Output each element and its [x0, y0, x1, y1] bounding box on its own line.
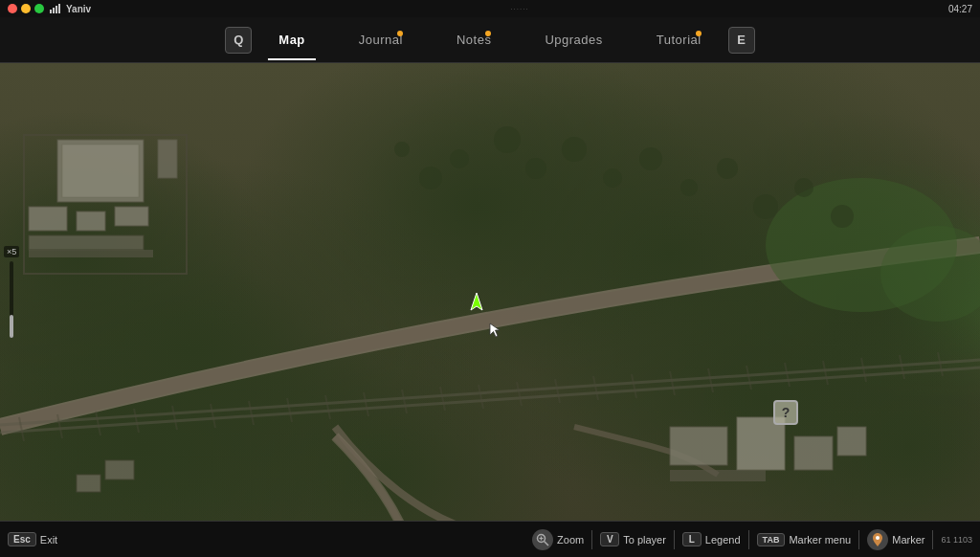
player-marker: [469, 293, 484, 316]
zoom-level: ×5: [4, 246, 19, 257]
svg-line-60: [545, 541, 549, 546]
exit-label: Exit: [40, 534, 57, 546]
marker-icon: [867, 529, 888, 550]
svg-point-63: [876, 536, 880, 540]
marker-control[interactable]: Marker: [867, 529, 924, 550]
time-display: 04:27: [948, 4, 972, 14]
marker-menu-key[interactable]: TAB: [757, 533, 786, 546]
tab-upgrades[interactable]: Upgrades: [518, 27, 629, 53]
esc-key[interactable]: Esc: [8, 532, 36, 546]
zoom-label-text: Zoom: [557, 534, 584, 546]
marker-menu-control[interactable]: TAB Marker menu: [757, 533, 852, 546]
separator-5: [932, 530, 933, 549]
minimize-button[interactable]: [21, 4, 31, 13]
zoom-bar: [10, 261, 13, 338]
map-background: [0, 63, 980, 521]
title-bar-left: Yaniv: [8, 4, 91, 14]
tab-journal[interactable]: Journal: [332, 27, 430, 53]
svg-marker-58: [471, 293, 482, 310]
nav-tabs: Map Journal Notes Upgrades Tutorial: [252, 27, 727, 53]
zoom-control[interactable]: Zoom: [532, 529, 584, 550]
esc-exit[interactable]: Esc Exit: [8, 532, 57, 546]
separator-2: [674, 530, 675, 549]
nav-bar: Q Map Journal Notes Upgrades Tutorial E: [0, 17, 980, 63]
maximize-button[interactable]: [34, 4, 44, 13]
zoom-indicator: ×5: [4, 246, 19, 338]
nav-key-e[interactable]: E: [728, 27, 755, 54]
zoom-fill: [10, 315, 13, 338]
app-name: Yaniv: [66, 4, 91, 14]
tab-tutorial[interactable]: Tutorial: [630, 27, 728, 53]
tab-map[interactable]: Map: [252, 27, 332, 53]
close-button[interactable]: [8, 4, 17, 13]
tab-notes[interactable]: Notes: [430, 27, 518, 53]
to-player-control[interactable]: V To player: [600, 532, 666, 546]
map-area[interactable]: ? ×5: [0, 63, 980, 521]
coords-display: 61 1103: [941, 535, 972, 545]
legend-control[interactable]: L Legend: [682, 532, 741, 546]
unknown-location-icon[interactable]: ?: [773, 400, 798, 425]
journal-dot: [397, 31, 403, 36]
signal-bars: [50, 4, 60, 13]
to-player-label: To player: [623, 534, 666, 546]
nav-key-q[interactable]: Q: [225, 27, 252, 54]
to-player-key[interactable]: V: [600, 532, 619, 546]
marker-menu-label: Marker menu: [789, 534, 851, 546]
title-bar: Yaniv ······ 04:27: [0, 0, 980, 17]
zoom-icon: [532, 529, 553, 550]
bottom-bar: Esc Exit Zoom V To player L Legend TAB M…: [0, 521, 980, 557]
drag-handle: ······: [510, 5, 528, 13]
separator-1: [591, 530, 592, 549]
legend-key[interactable]: L: [682, 532, 702, 546]
separator-4: [858, 530, 859, 549]
notes-dot: [485, 31, 491, 36]
tutorial-dot: [696, 31, 702, 36]
marker-label: Marker: [892, 534, 924, 546]
window-controls[interactable]: [8, 4, 44, 13]
separator-3: [748, 530, 749, 549]
legend-label: Legend: [705, 534, 741, 546]
